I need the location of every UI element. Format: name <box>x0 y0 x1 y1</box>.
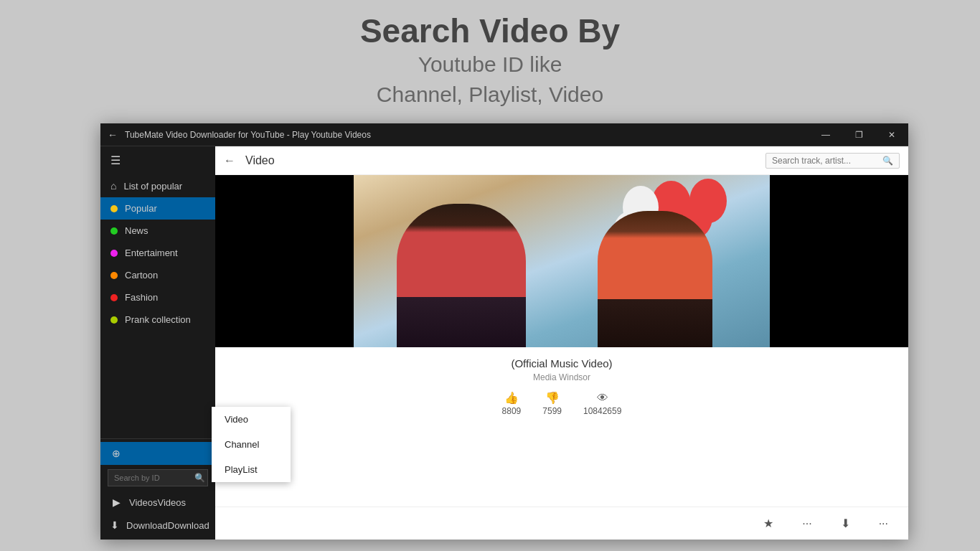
dot-entertainment <box>110 250 118 257</box>
sidebar-item-videos[interactable]: ▶ Videos Videos <box>100 491 215 514</box>
bottom-download-button[interactable]: ⬇ <box>835 514 856 533</box>
titlebar: ← TubeMate Video Downloader for YouTube … <box>100 123 908 146</box>
dropdown-item-playlist[interactable]: PlayList <box>212 457 291 482</box>
sidebar-item-download[interactable]: ⬇ Download Download <box>100 514 215 537</box>
views-icon: 👁 <box>597 392 608 405</box>
sidebar-item-search-id[interactable]: ⊕ <box>100 442 215 465</box>
sidebar-item-entertainment[interactable]: Entertaiment <box>100 242 215 264</box>
view-count: 10842659 <box>583 406 621 416</box>
thumbnail-bg <box>354 175 770 347</box>
download-icon: ⬇ <box>110 519 119 531</box>
more-button-2[interactable]: ··· <box>873 514 894 533</box>
star-button[interactable]: ★ <box>758 514 779 533</box>
more-button-1[interactable]: ··· <box>796 514 817 533</box>
dislike-icon: 👎 <box>545 391 560 405</box>
search-input[interactable] <box>772 156 880 166</box>
main-content: ← Video 🔍 <box>215 146 908 540</box>
dropdown-item-channel[interactable]: Channel <box>212 432 291 457</box>
search-id-icon: ⊕ <box>110 448 122 459</box>
app-window: ← TubeMate Video Downloader for YouTube … <box>100 123 908 540</box>
menu-icon[interactable]: ☰ <box>100 146 215 174</box>
dot-popular <box>110 205 118 212</box>
video-area: (Official Music Video) Media Windsor 👍 8… <box>215 175 908 507</box>
stat-dislikes: 👎 7599 <box>542 391 562 416</box>
stat-views: 👁 10842659 <box>583 392 621 416</box>
sidebar-label-popular: Popular <box>125 203 157 214</box>
sidebar-label-download: Download <box>126 520 168 531</box>
sidebar-item-cartoon[interactable]: Cartoon <box>100 264 215 286</box>
video-stats: 👍 8809 👎 7599 👁 10842659 <box>230 391 894 416</box>
header-section: Search Video By Youtube ID like Channel,… <box>0 0 980 120</box>
close-button[interactable]: ✕ <box>875 123 908 146</box>
search-icon: 🔍 <box>882 156 893 166</box>
home-icon: ⌂ <box>110 180 116 192</box>
sidebar-label-news: News <box>125 225 149 236</box>
minimize-button[interactable]: — <box>809 123 842 146</box>
search-type-dropdown: Video Channel PlayList <box>212 407 291 482</box>
dot-news <box>110 227 118 235</box>
sidebar-item-list-of-popular[interactable]: ⌂ List of popular <box>100 174 215 197</box>
titlebar-title: TubeMate Video Downloader for YouTube - … <box>125 130 809 140</box>
topbar: ← Video 🔍 <box>215 146 908 175</box>
topbar-title: Video <box>245 154 765 167</box>
balloon-red-3 <box>689 179 727 223</box>
header-subtitle: Youtube ID like Channel, Playlist, Video <box>0 50 980 110</box>
search-id-submit[interactable]: 🔍 <box>194 473 205 483</box>
sidebar-bottom: ⊕ 🔍 ▶ Videos Videos ⬇ Download Dow <box>100 438 215 540</box>
sidebar: ☰ ⌂ List of popular Popular News <box>100 146 215 540</box>
sidebar-item-fashion[interactable]: Fashion <box>100 286 215 309</box>
sidebar-label-videos: Videos <box>129 497 158 508</box>
sidebar-label-entertainment: Entertaiment <box>125 248 178 258</box>
video-title: (Official Music Video) <box>230 357 894 369</box>
stat-likes: 👍 8809 <box>502 391 522 416</box>
topbar-back-button[interactable]: ← <box>224 154 235 167</box>
sidebar-item-popular[interactable]: Popular <box>100 197 215 220</box>
bottom-bar: ★ ··· ⬇ ··· <box>215 507 908 540</box>
sidebar-item-prank[interactable]: Prank collection <box>100 309 215 331</box>
search-id-input[interactable] <box>108 469 208 486</box>
search-id-area: 🔍 <box>100 465 215 491</box>
dislike-count: 7599 <box>542 406 562 416</box>
videos-icon: ▶ <box>110 496 122 508</box>
dot-cartoon <box>110 272 118 279</box>
video-thumbnail <box>354 175 770 347</box>
titlebar-back-button[interactable]: ← <box>108 129 118 141</box>
sidebar-nav: ⌂ List of popular Popular News Entertaim… <box>100 174 215 438</box>
person-right <box>598 211 712 347</box>
sidebar-label-list-of-popular: List of popular <box>123 181 182 192</box>
window-controls: — ❐ ✕ <box>809 123 908 146</box>
dropdown-item-video[interactable]: Video <box>212 407 291 432</box>
sidebar-label-prank: Prank collection <box>125 314 191 325</box>
person-left <box>397 204 526 347</box>
sidebar-label-cartoon: Cartoon <box>125 270 158 281</box>
dot-fashion <box>110 294 118 301</box>
like-count: 8809 <box>502 406 522 416</box>
sidebar-item-news[interactable]: News <box>100 220 215 242</box>
video-info: (Official Music Video) Media Windsor 👍 8… <box>215 347 908 422</box>
video-player[interactable] <box>215 175 908 347</box>
like-icon: 👍 <box>504 391 519 405</box>
search-bar: 🔍 <box>765 153 900 169</box>
sidebar-label-fashion: Fashion <box>125 292 158 303</box>
video-channel: Media Windsor <box>230 372 894 382</box>
dot-prank <box>110 316 118 324</box>
header-title: Search Video By <box>0 13 980 50</box>
maximize-button[interactable]: ❐ <box>842 123 875 146</box>
